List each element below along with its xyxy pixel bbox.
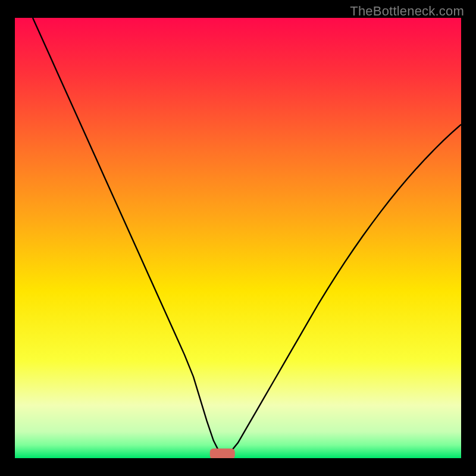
chart-svg [15,18,461,458]
gradient-background [15,18,461,458]
plot-area [15,18,461,458]
watermark-text: TheBottleneck.com [350,4,464,19]
chart-frame: TheBottleneck.com [0,0,476,476]
optimal-point-marker [210,449,235,458]
